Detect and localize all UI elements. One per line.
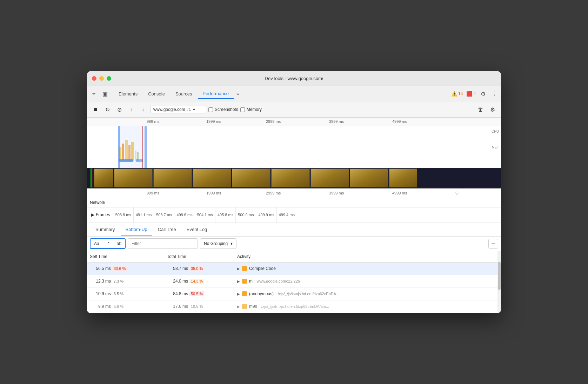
- record-icon: ⏺: [93, 106, 98, 113]
- case-sensitive-label: Aa: [94, 241, 99, 246]
- frames-row: ▶ Frames 503.8 ms 491.1 ms 503.7 ms 499.…: [87, 207, 501, 223]
- panel-toggle-button[interactable]: ⊣: [488, 239, 498, 249]
- profile-selector[interactable]: www.google.com #1 ▾: [150, 106, 206, 113]
- device-icon[interactable]: ▣: [101, 90, 109, 98]
- tick-4999: 4999 ms: [392, 119, 407, 124]
- memory-checkbox[interactable]: Memory: [240, 107, 262, 112]
- thumbnail-strip: [87, 168, 501, 188]
- self-time-cell-0: 56.5 ms 33.6 %: [90, 266, 167, 271]
- expand-arrow-0[interactable]: ▶: [237, 267, 240, 271]
- scrollbar-track[interactable]: [497, 251, 501, 313]
- data-table: Self Time Total Time Activity 56.5 ms 33…: [87, 251, 501, 313]
- tick-1999: 1999 ms: [206, 119, 221, 124]
- screenshots-checkbox-box[interactable]: [208, 107, 213, 112]
- memory-checkbox-box[interactable]: [240, 107, 245, 112]
- pointer-icon[interactable]: ⌖: [90, 90, 98, 98]
- table-row[interactable]: 56.5 ms 33.6 % 58.7 ms 35.0 % ▶ Compile …: [87, 263, 501, 275]
- case-sensitive-button[interactable]: Aa: [91, 239, 103, 248]
- total-time-pct-0: 35.0 %: [189, 266, 204, 271]
- thumbnail-5[interactable]: [271, 168, 310, 187]
- total-time-val-1: 24.0 ms: [167, 279, 188, 284]
- expand-arrow-2[interactable]: ▶: [237, 292, 240, 296]
- bottom-panel: Summary Bottom-Up Call Tree Event Log Aa…: [87, 223, 501, 313]
- self-time-val-0: 56.5 ms: [90, 266, 111, 271]
- selection-handle-left[interactable]: [118, 126, 120, 168]
- total-time-pct-2: 50.5 %: [189, 291, 204, 296]
- delete-button[interactable]: 🗑: [476, 105, 486, 114]
- thumbnail-6[interactable]: [310, 168, 349, 187]
- timeline-chart[interactable]: CPU NET: [87, 126, 501, 168]
- thumbnail-8[interactable]: [389, 168, 417, 187]
- settings-icon[interactable]: ⚙: [479, 90, 487, 98]
- warning-badge[interactable]: ⚠️ 14: [451, 91, 463, 97]
- whole-word-label: ab: [117, 241, 121, 246]
- close-button[interactable]: [92, 76, 96, 81]
- tab-call-tree[interactable]: Call Tree: [153, 224, 181, 236]
- activity-name-0: Compile Code: [249, 266, 276, 271]
- panel-toggle-icon: ⊣: [491, 241, 495, 246]
- thumbnail-2[interactable]: [153, 168, 192, 187]
- selection-handle-right[interactable]: [145, 126, 147, 168]
- regex-button[interactable]: .*: [103, 239, 113, 248]
- cpu-chart: [87, 126, 501, 168]
- thumbnail-4[interactable]: [232, 168, 270, 187]
- frame-time-0: 503.8 ms: [113, 207, 134, 223]
- table-row[interactable]: 9.9 ms 5.9 % 17.6 ms 10.5 % ▶ m9s /xjs/_…: [87, 300, 501, 313]
- timeline-overview: 999 ms 1999 ms 2999 ms 3999 ms 4999 ms: [87, 118, 501, 223]
- tab-summary[interactable]: Summary: [91, 224, 120, 236]
- activity-color-1: [242, 279, 247, 284]
- screenshots-checkbox[interactable]: Screenshots: [208, 107, 238, 112]
- table-row[interactable]: 10.9 ms 6.5 % 84.8 ms 50.5 % ▶ (anonymou…: [87, 288, 501, 300]
- reload-icon: ↻: [105, 106, 110, 113]
- grouping-selector[interactable]: No Grouping ▾: [200, 238, 236, 249]
- tick2-4999: 4999 ms: [392, 191, 407, 195]
- frames-toggle[interactable]: ▶ Frames: [88, 207, 113, 223]
- tab-bar: ⌖ ▣ Elements Console Sources Performance…: [87, 86, 501, 102]
- activity-cell-3: ▶ m9s /xjs/_/js/k=xjs.hd.en.fdzp62cEnDA/…: [237, 304, 501, 309]
- whole-word-button[interactable]: ab: [113, 239, 125, 248]
- capture-settings-button[interactable]: ⚙: [488, 105, 497, 114]
- total-time-pct-3: 10.5 %: [189, 304, 204, 309]
- devtools-icons: ⌖ ▣: [90, 90, 109, 98]
- expand-arrow-3[interactable]: ▶: [237, 305, 240, 309]
- filter-input[interactable]: [128, 238, 198, 249]
- clear-icon: ⊘: [117, 106, 122, 113]
- download-button[interactable]: ↓: [138, 105, 148, 114]
- filter-options-group: Aa .* ab: [90, 238, 126, 249]
- self-time-val-1: 12.3 ms: [90, 279, 111, 284]
- total-time-val-2: 84.8 ms: [167, 291, 188, 296]
- thumbnail-0[interactable]: [94, 168, 113, 187]
- tab-bottom-up[interactable]: Bottom-Up: [121, 224, 152, 236]
- more-options-icon[interactable]: ⋮: [490, 90, 498, 98]
- record-button[interactable]: ⏺: [91, 105, 100, 114]
- tab-event-log[interactable]: Event Log: [182, 224, 212, 236]
- thumbnail-7[interactable]: [350, 168, 388, 187]
- tab-performance[interactable]: Performance: [198, 89, 234, 99]
- upload-button[interactable]: ↑: [126, 105, 136, 114]
- expand-arrow-1[interactable]: ▶: [237, 279, 240, 283]
- tick2-999: 999 ms: [147, 191, 159, 195]
- table-row[interactable]: 12.3 ms 7.3 % 24.0 ms 14.3 % ▶ m www.goo…: [87, 275, 501, 288]
- minimize-button[interactable]: [99, 76, 104, 81]
- tab-elements[interactable]: Elements: [114, 89, 142, 99]
- error-badge[interactable]: 🟥 2: [466, 91, 476, 97]
- activity-cell-2: ▶ (anonymous) /xjs/_/js/k=xjs.hd.en.fdzp…: [237, 291, 501, 296]
- tab-sources[interactable]: Sources: [171, 89, 197, 99]
- dropdown-arrow-icon: ▾: [193, 107, 195, 112]
- timeline-ruler2: 999 ms 1999 ms 2999 ms 3999 ms 4999 ms 5…: [87, 188, 501, 198]
- thumbnail-1[interactable]: [114, 168, 153, 187]
- tick2-5x: 5:: [455, 191, 459, 195]
- activity-cell-0: ▶ Compile Code: [237, 266, 501, 271]
- clear-button[interactable]: ⊘: [114, 105, 124, 114]
- reload-button[interactable]: ↻: [102, 105, 112, 114]
- activity-name-2: (anonymous): [249, 291, 274, 296]
- summary-label: Summary: [95, 227, 115, 232]
- thumbnail-3[interactable]: [193, 168, 231, 187]
- tab-more[interactable]: »: [234, 90, 241, 98]
- filter-row-right: ⊣: [488, 239, 498, 249]
- maximize-button[interactable]: [107, 76, 111, 81]
- scrollbar-thumb[interactable]: [498, 262, 501, 290]
- tab-console[interactable]: Console: [143, 89, 170, 99]
- network-row: Network: [87, 198, 501, 207]
- tick-2999: 2999 ms: [266, 119, 281, 124]
